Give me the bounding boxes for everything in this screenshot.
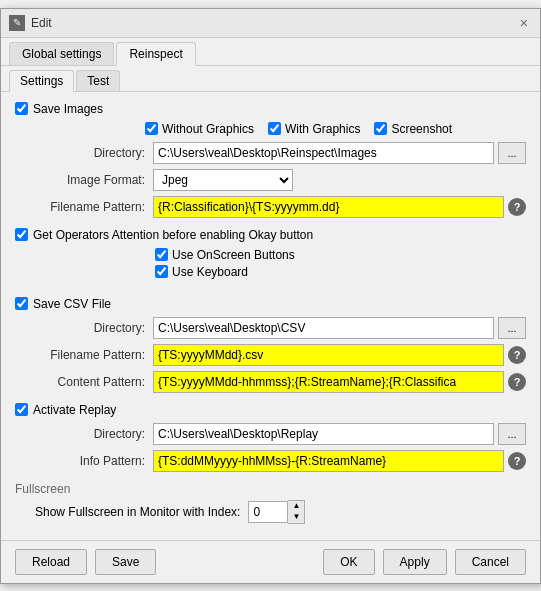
fullscreen-row: Show Fullscreen in Monitor with Index: ▲… (15, 500, 526, 524)
use-keyboard-item: Use Keyboard (155, 265, 526, 279)
images-browse-button[interactable]: ... (498, 142, 526, 164)
save-csv-checkbox[interactable] (15, 297, 28, 310)
use-onscreen-label: Use OnScreen Buttons (172, 248, 295, 262)
fullscreen-index-input[interactable] (248, 501, 288, 523)
replay-info-input[interactable] (153, 450, 504, 472)
with-graphics-checkbox[interactable] (268, 122, 281, 135)
replay-directory-label: Directory: (35, 427, 145, 441)
operators-attention-header: Get Operators Attention before enabling … (15, 228, 526, 242)
spin-up-button[interactable]: ▲ (288, 501, 304, 512)
inner-tab-bar: Settings Test (1, 66, 540, 92)
outer-tab-bar: Global settings Reinspect (1, 38, 540, 66)
without-graphics-checkbox[interactable] (145, 122, 158, 135)
tab-test[interactable]: Test (76, 70, 120, 91)
images-filename-input[interactable] (153, 196, 504, 218)
footer: Reload Save OK Apply Cancel (1, 540, 540, 583)
use-keyboard-checkbox[interactable] (155, 265, 168, 278)
content-area: Save Images Without Graphics With Graphi… (1, 92, 540, 540)
csv-filename-input[interactable] (153, 344, 504, 366)
images-filename-label: Filename Pattern: (35, 200, 145, 214)
spin-down-button[interactable]: ▼ (288, 512, 304, 523)
screenshot-item: Screenshot (374, 122, 452, 136)
save-images-section: Save Images Without Graphics With Graphi… (15, 102, 526, 218)
save-csv-section: Save CSV File Directory: ... Filename Pa… (15, 297, 526, 393)
save-images-header: Save Images (15, 102, 526, 116)
with-graphics-label: With Graphics (285, 122, 360, 136)
csv-directory-input[interactable] (153, 317, 494, 339)
close-button[interactable]: × (516, 14, 532, 32)
replay-info-row: Info Pattern: ? (15, 450, 526, 472)
edit-dialog: ✎ Edit × Global settings Reinspect Setti… (0, 8, 541, 584)
without-graphics-label: Without Graphics (162, 122, 254, 136)
cancel-button[interactable]: Cancel (455, 549, 526, 575)
csv-content-label: Content Pattern: (35, 375, 145, 389)
images-filename-help-icon[interactable]: ? (508, 198, 526, 216)
activate-replay-header: Activate Replay (15, 403, 526, 417)
operators-attention-section: Get Operators Attention before enabling … (15, 228, 526, 279)
images-directory-label: Directory: (35, 146, 145, 160)
apply-button[interactable]: Apply (383, 549, 447, 575)
images-directory-input[interactable] (153, 142, 494, 164)
save-button[interactable]: Save (95, 549, 156, 575)
activate-replay-section: Activate Replay Directory: ... Info Patt… (15, 403, 526, 472)
with-graphics-item: With Graphics (268, 122, 360, 136)
replay-directory-row: Directory: ... (15, 423, 526, 445)
spinbox-buttons: ▲ ▼ (288, 500, 305, 524)
ok-button[interactable]: OK (323, 549, 374, 575)
activate-replay-label: Activate Replay (33, 403, 116, 417)
without-graphics-item: Without Graphics (145, 122, 254, 136)
csv-content-row: Content Pattern: ? (15, 371, 526, 393)
image-format-row: Image Format: Jpeg (15, 169, 526, 191)
fullscreen-spinbox: ▲ ▼ (248, 500, 305, 524)
titlebar: ✎ Edit × (1, 9, 540, 38)
tab-global-settings[interactable]: Global settings (9, 42, 114, 65)
csv-content-help-icon[interactable]: ? (508, 373, 526, 391)
replay-info-help-icon[interactable]: ? (508, 452, 526, 470)
images-directory-row: Directory: ... (15, 142, 526, 164)
csv-content-input[interactable] (153, 371, 504, 393)
csv-directory-row: Directory: ... (15, 317, 526, 339)
replay-info-label: Info Pattern: (35, 454, 145, 468)
operators-attention-options: Use OnScreen Buttons Use Keyboard (15, 248, 526, 279)
fullscreen-label: Fullscreen (15, 482, 526, 496)
fullscreen-show-label: Show Fullscreen in Monitor with Index: (35, 505, 240, 519)
activate-replay-checkbox[interactable] (15, 403, 28, 416)
screenshot-label: Screenshot (391, 122, 452, 136)
titlebar-left: ✎ Edit (9, 15, 52, 31)
save-images-label: Save Images (33, 102, 103, 116)
save-images-checkbox[interactable] (15, 102, 28, 115)
use-onscreen-item: Use OnScreen Buttons (155, 248, 526, 262)
replay-browse-button[interactable]: ... (498, 423, 526, 445)
tab-reinspect[interactable]: Reinspect (116, 42, 195, 66)
fullscreen-section: Fullscreen Show Fullscreen in Monitor wi… (15, 482, 526, 524)
csv-filename-label: Filename Pattern: (35, 348, 145, 362)
app-icon: ✎ (9, 15, 25, 31)
replay-directory-input[interactable] (153, 423, 494, 445)
titlebar-title: Edit (31, 16, 52, 30)
csv-filename-help-icon[interactable]: ? (508, 346, 526, 364)
operators-attention-label: Get Operators Attention before enabling … (33, 228, 313, 242)
save-csv-label: Save CSV File (33, 297, 111, 311)
use-onscreen-checkbox[interactable] (155, 248, 168, 261)
image-type-checkboxes: Without Graphics With Graphics Screensho… (15, 122, 526, 136)
csv-filename-row: Filename Pattern: ? (15, 344, 526, 366)
csv-directory-label: Directory: (35, 321, 145, 335)
image-format-select[interactable]: Jpeg (153, 169, 293, 191)
images-filename-row: Filename Pattern: ? (15, 196, 526, 218)
use-keyboard-label: Use Keyboard (172, 265, 248, 279)
tab-settings[interactable]: Settings (9, 70, 74, 92)
image-format-label: Image Format: (35, 173, 145, 187)
reload-button[interactable]: Reload (15, 549, 87, 575)
screenshot-checkbox[interactable] (374, 122, 387, 135)
csv-browse-button[interactable]: ... (498, 317, 526, 339)
operators-attention-checkbox[interactable] (15, 228, 28, 241)
save-csv-header: Save CSV File (15, 297, 526, 311)
